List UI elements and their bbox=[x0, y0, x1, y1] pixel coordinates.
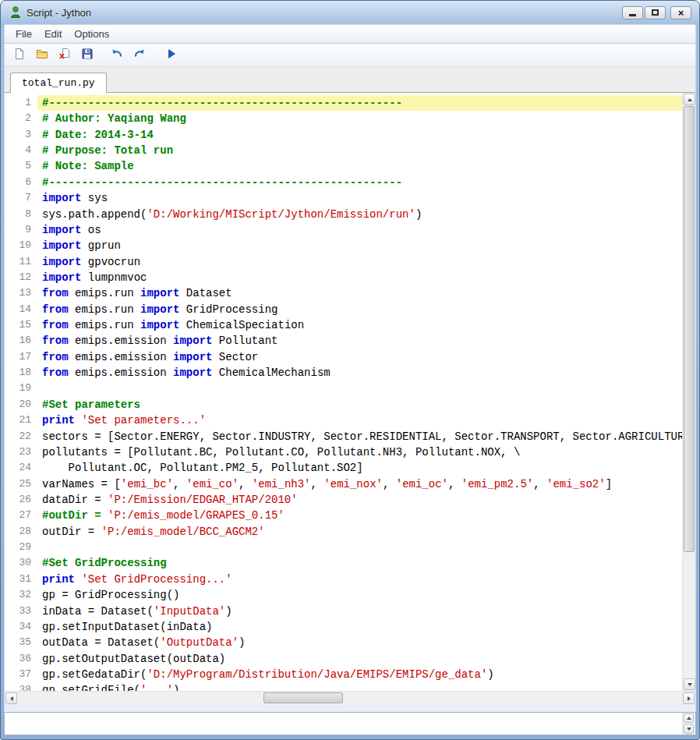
code-line[interactable]: 18from emips.emission import ChemicalMec… bbox=[5, 365, 682, 381]
output-panel[interactable] bbox=[4, 712, 696, 735]
code-line[interactable]: 6#--------------------------------------… bbox=[5, 175, 682, 190]
code-line[interactable]: 29 bbox=[5, 540, 682, 555]
code-line[interactable]: 3# Date: 2014-3-14 bbox=[5, 127, 682, 143]
new-file-icon bbox=[13, 48, 26, 63]
code-line[interactable]: 12import lumpnmvoc bbox=[5, 270, 682, 285]
save-script-button[interactable] bbox=[79, 47, 96, 64]
scroll-up-button[interactable] bbox=[684, 94, 695, 105]
open-script-button[interactable] bbox=[34, 47, 51, 64]
output-scroll-down-button[interactable] bbox=[684, 724, 694, 734]
menu-item-file[interactable]: File bbox=[9, 26, 38, 42]
code-line[interactable]: 24 Pollutant.OC, Pollutant.PM2_5, Pollut… bbox=[5, 460, 682, 476]
tab-bar: total_run.py bbox=[4, 67, 696, 93]
code-line[interactable]: 20#Set parameters bbox=[5, 397, 682, 412]
line-number: 11 bbox=[5, 254, 37, 270]
code-line[interactable]: 27#outDir = 'P:/emis_model/GRAPES_0.15' bbox=[5, 508, 682, 523]
code-line[interactable]: 5# Note: Sample bbox=[5, 158, 682, 174]
code-line-text: sectors = [Sector.ENERGY, Sector.INDUSTR… bbox=[37, 429, 682, 444]
code-line[interactable]: 34gp.setInputDataset(inData) bbox=[5, 619, 682, 635]
code-line[interactable]: 13from emips.run import Dataset bbox=[5, 285, 682, 301]
maximize-button[interactable] bbox=[645, 6, 666, 19]
code-line[interactable]: 37gp.setGedataDir('D:/MyProgram/Distribu… bbox=[5, 667, 682, 682]
code-line[interactable]: 17from emips.emission import Sector bbox=[5, 349, 682, 365]
new-script-button[interactable] bbox=[11, 47, 28, 64]
vertical-scrollbar[interactable] bbox=[682, 93, 695, 691]
line-number: 24 bbox=[5, 460, 37, 476]
line-number: 12 bbox=[5, 270, 37, 285]
code-line-text: from emips.emission import ChemicalMecha… bbox=[37, 365, 682, 381]
splitter[interactable] bbox=[4, 704, 696, 712]
code-line[interactable]: 38gp.setGridFile('...') bbox=[5, 682, 682, 691]
code-line[interactable]: 31print 'Set GridProcessing...' bbox=[5, 572, 682, 587]
code-line[interactable]: 14from emips.run import GridProcessing bbox=[5, 302, 682, 317]
code-line[interactable]: 8sys.path.append('D:/Working/MIScript/Jy… bbox=[5, 207, 682, 222]
vertical-scroll-thumb[interactable] bbox=[684, 106, 695, 552]
line-number: 13 bbox=[5, 285, 37, 301]
editor[interactable]: 1#--------------------------------------… bbox=[4, 93, 696, 691]
code-line-text: import os bbox=[37, 222, 682, 238]
line-number: 27 bbox=[5, 508, 37, 523]
code-line[interactable]: 35outData = Dataset('OutputData') bbox=[5, 635, 682, 650]
vertical-scroll-track[interactable] bbox=[683, 106, 695, 678]
tab-total-run-py[interactable]: total_run.py bbox=[10, 73, 107, 93]
horizontal-scroll-thumb[interactable] bbox=[263, 692, 343, 703]
title-bar[interactable]: Script - Jython × bbox=[4, 1, 696, 24]
line-number: 4 bbox=[5, 143, 37, 158]
code-line[interactable]: 4# Purpose: Total run bbox=[5, 143, 682, 158]
code-line-text: varNames = ['emi_bc', 'emi_co', 'emi_nh3… bbox=[37, 476, 682, 492]
code-line[interactable]: 23pollutants = [Pollutant.BC, Pollutant.… bbox=[5, 444, 682, 460]
code-line[interactable]: 7import sys bbox=[5, 190, 682, 206]
left-arrow-icon bbox=[10, 696, 13, 701]
undo-icon bbox=[111, 48, 123, 63]
run-script-button[interactable] bbox=[163, 47, 180, 64]
output-scrollbar[interactable] bbox=[682, 713, 695, 735]
code-line-text: # Date: 2014-3-14 bbox=[37, 127, 682, 143]
code-line-text: inData = Dataset('InputData') bbox=[37, 604, 682, 619]
code-line[interactable]: 1#--------------------------------------… bbox=[5, 95, 682, 111]
scroll-left-button[interactable] bbox=[5, 692, 17, 704]
undo-button[interactable] bbox=[108, 47, 126, 64]
code-line-text: from emips.run import ChemicalSpeciation bbox=[37, 317, 682, 333]
line-number: 9 bbox=[5, 222, 37, 238]
minimize-button[interactable] bbox=[622, 6, 643, 19]
code-line[interactable]: 9import os bbox=[5, 222, 682, 238]
code-line-text: # Author: Yaqiang Wang bbox=[37, 111, 682, 126]
code-line[interactable]: 2# Author: Yaqiang Wang bbox=[5, 111, 682, 126]
code-line-text: #outDir = 'P:/emis_model/GRAPES_0.15' bbox=[37, 508, 682, 523]
code-line[interactable]: 36gp.setOutputDataset(outData) bbox=[5, 651, 682, 667]
code-line-text: import gpvocrun bbox=[37, 254, 682, 270]
close-script-button[interactable] bbox=[56, 47, 73, 64]
close-button[interactable]: × bbox=[670, 6, 691, 19]
horizontal-scrollbar[interactable] bbox=[4, 691, 696, 704]
code-line-text: print 'Set parameters...' bbox=[37, 412, 682, 428]
code-line[interactable]: 33inData = Dataset('InputData') bbox=[5, 604, 682, 619]
menu-item-edit[interactable]: Edit bbox=[38, 26, 68, 42]
menu-item-options[interactable]: Options bbox=[68, 26, 115, 42]
code-line[interactable]: 30#Set GridProcessing bbox=[5, 555, 682, 571]
output-scroll-up-button[interactable] bbox=[684, 713, 694, 723]
scroll-down-button[interactable] bbox=[684, 678, 695, 690]
line-number: 33 bbox=[5, 604, 37, 619]
code-line[interactable]: 22sectors = [Sector.ENERGY, Sector.INDUS… bbox=[5, 429, 682, 444]
code-line[interactable]: 25varNames = ['emi_bc', 'emi_co', 'emi_n… bbox=[5, 476, 682, 492]
code-line-text: Pollutant.OC, Pollutant.PM2_5, Pollutant… bbox=[37, 460, 682, 476]
line-number: 31 bbox=[5, 572, 37, 587]
code-line[interactable]: 26dataDir = 'P:/Emission/EDGAR_HTAP/2010… bbox=[5, 492, 682, 508]
redo-button[interactable] bbox=[131, 47, 148, 64]
code-line[interactable]: 15from emips.run import ChemicalSpeciati… bbox=[5, 317, 682, 333]
down-arrow-icon bbox=[688, 683, 692, 686]
code-area[interactable]: 1#--------------------------------------… bbox=[5, 93, 682, 691]
code-line[interactable]: 28outDir = 'P:/emis_model/BCC_AGCM2' bbox=[5, 524, 682, 540]
line-number: 26 bbox=[5, 492, 37, 508]
code-line[interactable]: 19 bbox=[5, 381, 682, 396]
close-icon: × bbox=[678, 8, 684, 18]
code-line[interactable]: 32gp = GridProcessing() bbox=[5, 587, 682, 603]
code-line[interactable]: 16from emips.emission import Pollutant bbox=[5, 333, 682, 349]
horizontal-scroll-track[interactable] bbox=[18, 692, 682, 704]
code-line[interactable]: 11import gpvocrun bbox=[5, 254, 682, 270]
code-line-text: # Purpose: Total run bbox=[37, 143, 682, 158]
line-number: 23 bbox=[5, 444, 37, 460]
code-line[interactable]: 21print 'Set parameters...' bbox=[5, 412, 682, 428]
code-line[interactable]: 10import gprun bbox=[5, 238, 682, 253]
scroll-right-button[interactable] bbox=[683, 692, 695, 704]
